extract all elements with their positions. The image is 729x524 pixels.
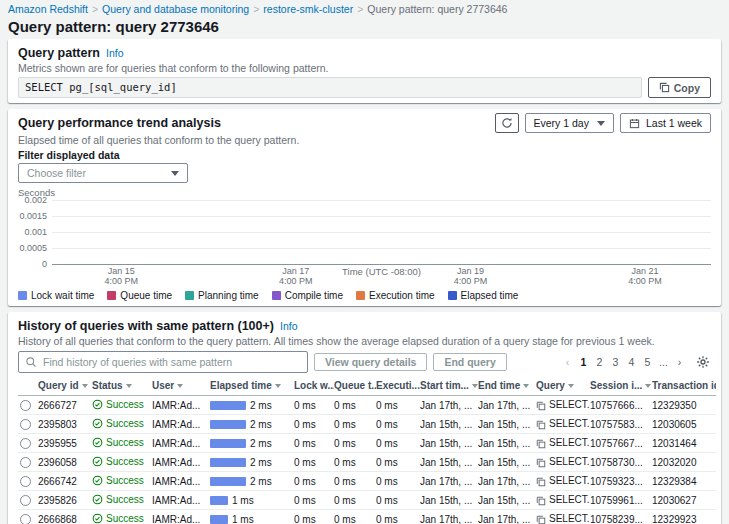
pagination-next-icon[interactable]: › (672, 355, 687, 369)
legend-item[interactable]: Lock wait time (18, 290, 94, 301)
filter-select[interactable]: Choose filter (18, 163, 188, 183)
query-id-cell: 2666868 (38, 510, 92, 524)
copy-icon[interactable] (536, 496, 546, 506)
query-cell[interactable]: SELECT... (536, 510, 590, 524)
copy-icon[interactable] (536, 439, 546, 449)
history-title: History of queries with same pattern (10… (18, 319, 274, 333)
refresh-interval-select[interactable]: Every 1 day (525, 113, 614, 133)
legend-item[interactable]: Compile time (272, 290, 343, 301)
row-select-cell[interactable] (18, 510, 38, 524)
row-radio[interactable] (20, 457, 31, 468)
column-header-executi[interactable]: Executi... (376, 377, 420, 396)
x-tick-label: Jan 174:00 PM (279, 266, 313, 286)
elapsed-time-cell: 2 ms (210, 415, 294, 434)
session-id-cell: 10757667... (590, 434, 652, 453)
settings-button[interactable] (695, 354, 711, 370)
elapsed-time-cell: 1 ms (210, 491, 294, 510)
query-cell[interactable]: SELECT... (536, 415, 590, 434)
trend-chart: Seconds 0.0020.00150.0010.00050 Jan 154:… (18, 187, 711, 301)
copy-icon[interactable] (536, 458, 546, 468)
session-id-cell: 10757583... (590, 415, 652, 434)
query-cell[interactable]: SELECT... (536, 453, 590, 472)
query-pattern-title: Query pattern (18, 46, 100, 60)
pagination-prev-icon[interactable]: ‹ (560, 355, 575, 369)
query-cell[interactable]: SELECT... (536, 472, 590, 491)
copy-button[interactable]: Copy (648, 77, 711, 98)
column-header-query[interactable]: Query (536, 377, 590, 396)
column-header-lock-w[interactable]: Lock w... (294, 377, 334, 396)
copy-icon[interactable] (536, 401, 546, 411)
row-select-cell[interactable] (18, 434, 38, 453)
copy-icon[interactable] (536, 420, 546, 430)
history-table: Query idStatusUserElapsed timeLock w...Q… (18, 377, 716, 524)
breadcrumb-link[interactable]: Query and database monitoring (102, 3, 249, 15)
column-header-user[interactable]: User (152, 377, 210, 396)
legend-item[interactable]: Queue time (107, 290, 172, 301)
status-cell: Success (92, 434, 152, 453)
copy-icon[interactable] (536, 515, 546, 524)
column-header-status[interactable]: Status (92, 377, 152, 396)
info-link[interactable]: Info (106, 47, 124, 59)
legend-item[interactable]: Execution time (356, 290, 435, 301)
legend-item[interactable]: Elapsed time (448, 290, 519, 301)
pagination-page-5[interactable]: 5 (640, 355, 655, 369)
query-cell[interactable]: SELECT... (536, 491, 590, 510)
row-select-cell[interactable] (18, 396, 38, 415)
row-select-cell[interactable] (18, 491, 38, 510)
column-header-label: Query id (38, 380, 79, 391)
y-axis: 0.0020.00150.0010.00050 (18, 200, 52, 264)
pattern-text: SELECT pg_[sql_query_id] (18, 77, 642, 98)
row-radio[interactable] (20, 438, 31, 449)
row-radio[interactable] (20, 495, 31, 506)
date-range-picker[interactable]: Last 1 week (620, 113, 711, 133)
session-id-cell: 10757666... (590, 396, 652, 415)
info-link[interactable]: Info (280, 320, 298, 332)
row-select-cell[interactable] (18, 453, 38, 472)
search-box[interactable] (18, 351, 308, 373)
row-radio[interactable] (20, 476, 31, 487)
x-tick-label: Jan 154:00 PM (104, 266, 138, 286)
elapsed-bar (210, 401, 246, 410)
column-header-transaction-id[interactable]: Transaction id (652, 377, 716, 396)
breadcrumb-link[interactable]: restore-smk-cluster (263, 3, 353, 15)
end-query-button[interactable]: End query (433, 353, 506, 371)
success-icon (92, 513, 103, 524)
refresh-button[interactable] (495, 113, 519, 133)
table-row: 2666727SuccessIAMR:Ad...2 ms0 ms0 ms0 ms… (18, 396, 716, 415)
start-time-cell: Jan 15th, ... (420, 453, 478, 472)
row-select-cell[interactable] (18, 415, 38, 434)
row-select-cell[interactable] (18, 472, 38, 491)
column-header-elapsed-time[interactable]: Elapsed time (210, 377, 294, 396)
row-radio[interactable] (20, 419, 31, 430)
elapsed-time-cell: 2 ms (210, 472, 294, 491)
success-icon (92, 437, 103, 448)
column-header-end-time[interactable]: End time (478, 377, 536, 396)
column-header-start-tim[interactable]: Start tim... (420, 377, 478, 396)
query-cell[interactable]: SELECT... (536, 396, 590, 415)
legend-swatch-icon (356, 291, 365, 300)
query-id-cell: 2395826 (38, 491, 92, 510)
column-header-queue-t[interactable]: Queue t... (334, 377, 376, 396)
success-icon (92, 494, 103, 505)
row-radio[interactable] (20, 514, 31, 524)
search-input[interactable] (41, 355, 301, 369)
column-header-query-id[interactable]: Query id (38, 377, 92, 396)
pattern-code-row: SELECT pg_[sql_query_id] Copy (18, 77, 711, 98)
pagination-page-1[interactable]: 1 (576, 355, 591, 369)
query-cell[interactable]: SELECT... (536, 434, 590, 453)
pagination-page-4[interactable]: 4 (624, 355, 639, 369)
row-radio[interactable] (20, 400, 31, 411)
pagination-page-3[interactable]: 3 (608, 355, 623, 369)
breadcrumb-link[interactable]: Amazon Redshift (8, 3, 88, 15)
legend-item[interactable]: Planning time (185, 290, 259, 301)
column-header-session-i[interactable]: Session i... (590, 377, 652, 396)
start-time-cell: Jan 17th, ... (420, 472, 478, 491)
copy-icon[interactable] (536, 477, 546, 487)
lock-wait-time-cell: 0 ms (294, 453, 334, 472)
page: Amazon Redshift>Query and database monit… (0, 0, 729, 524)
breadcrumb-separator: > (253, 3, 259, 15)
transaction-id-cell: 12030605 (652, 415, 716, 434)
plot-area (52, 200, 711, 264)
pagination-page-2[interactable]: 2 (592, 355, 607, 369)
view-query-details-button[interactable]: View query details (314, 353, 427, 371)
